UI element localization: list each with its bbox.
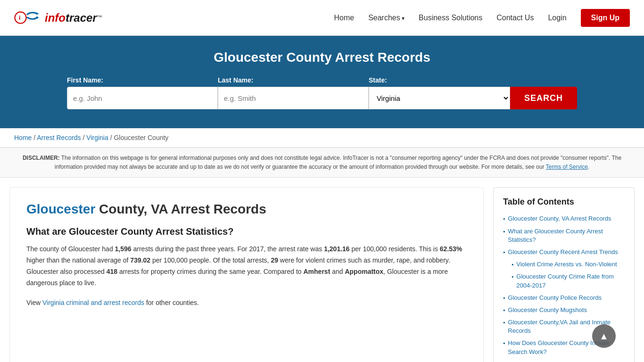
p2-before: View	[26, 299, 42, 306]
hero-banner: Gloucester County Arrest Records First N…	[0, 36, 644, 128]
toc-item-link[interactable]: Violent Crime Arrests vs. Non-Violent	[516, 260, 617, 269]
title-rest: County, VA Arrest Records	[95, 202, 266, 216]
p1-arrests: 1,596	[115, 245, 132, 253]
p1-mid4: per 100,000 people. Of the total arrests…	[150, 256, 271, 264]
content-area: Gloucester County, VA Arrest Records Wha…	[0, 178, 644, 362]
toc-subitem: Gloucester County Crime Rate from 2004-2…	[503, 272, 625, 289]
section1-heading: What are Gloucester County Arrest Statis…	[26, 226, 467, 237]
p1-pct: 62.53%	[440, 245, 462, 253]
disclaimer-bar: DISCLAIMER: The information on this webp…	[0, 148, 644, 178]
terms-of-service-link[interactable]: Terms of Service	[546, 164, 588, 170]
last-name-input[interactable]	[218, 87, 369, 109]
breadcrumb-virginia[interactable]: Virginia	[86, 134, 108, 141]
nav-contact-us[interactable]: Contact Us	[496, 14, 534, 22]
toc-item-link[interactable]: What are Gloucester County Arrest Statis…	[508, 227, 625, 244]
nav-searches[interactable]: Searches	[368, 14, 405, 22]
toc-item: Gloucester County Recent Arrest Trends	[503, 248, 625, 256]
toc-item-link[interactable]: Gloucester County Police Records	[508, 294, 602, 302]
logo-info: info	[45, 11, 66, 24]
search-button[interactable]: SEARCH	[510, 87, 577, 109]
toc-item: What are Gloucester County Arrest Statis…	[503, 227, 625, 244]
p1-rate: 1,201.16	[324, 245, 350, 253]
svg-text:i: i	[19, 14, 21, 21]
toc-item-link[interactable]: Gloucester County Crime Rate from 2004-2…	[516, 272, 625, 289]
p1-before: The county of Gloucester had	[26, 245, 115, 253]
p1-amherst: Amherst	[304, 268, 330, 275]
logo[interactable]: i infotracer™	[14, 5, 102, 31]
toc-title: Table of Contents	[503, 197, 625, 207]
title-highlight: Gloucester	[26, 202, 95, 216]
breadcrumb-arrest-records[interactable]: Arrest Records	[37, 134, 81, 141]
state-select[interactable]: Virginia Alabama Alaska California New Y…	[369, 87, 510, 109]
p1-mid3: higher than the national average of	[26, 256, 130, 264]
state-label: State:	[369, 76, 387, 84]
disclaimer-text: The information on this webpage is for g…	[55, 155, 621, 170]
breadcrumb: Home / Arrest Records / Virginia / Glouc…	[0, 128, 644, 148]
toc-item-link[interactable]: Gloucester County, VA Arrest Records	[508, 214, 611, 223]
toc-item: Gloucester County Mugshots	[503, 306, 625, 314]
toc-item-link[interactable]: Gloucester County Mugshots	[508, 306, 587, 314]
p1-mid6: arrests for property crimes during the s…	[117, 268, 304, 275]
p1-property: 418	[107, 268, 117, 275]
toc-subitem: Violent Crime Arrests vs. Non-Violent	[503, 260, 625, 269]
main-nav: Home Searches Business Solutions Contact…	[334, 9, 630, 27]
first-name-input[interactable]	[67, 87, 218, 109]
p1-mid1: arrests during the past three years. For…	[132, 245, 324, 253]
virginia-records-link[interactable]: Virginia criminal and arrest records	[42, 299, 144, 306]
p1-and: and	[330, 268, 345, 275]
first-name-group: First Name:	[67, 76, 218, 109]
last-name-group: Last Name:	[218, 76, 369, 109]
paragraph1: The county of Gloucester had 1,596 arres…	[26, 244, 467, 288]
search-form: First Name: Last Name: State: Virginia A…	[63, 76, 581, 109]
hero-title: Gloucester County Arrest Records	[14, 50, 630, 65]
site-header: i infotracer™ Home Searches Business Sol…	[0, 0, 644, 36]
disclaimer-period: .	[588, 164, 589, 170]
back-to-top-button[interactable]: ▲	[592, 324, 616, 348]
nav-business-solutions[interactable]: Business Solutions	[419, 14, 482, 22]
toc-item: Gloucester County Police Records	[503, 294, 625, 302]
toc-item-link[interactable]: Gloucester County Recent Arrest Trends	[508, 248, 618, 256]
breadcrumb-gloucester: Gloucester County	[114, 134, 168, 141]
p1-nat: 739.02	[130, 256, 150, 264]
logo-wordmark: infotracer™	[45, 11, 102, 25]
logo-tm: ™	[97, 14, 102, 20]
logo-tracer: tracer	[66, 11, 97, 24]
toc-item: Gloucester County, VA Arrest Records	[503, 214, 625, 223]
main-article: Gloucester County, VA Arrest Records Wha…	[9, 187, 484, 362]
nav-home[interactable]: Home	[334, 14, 354, 22]
signup-button[interactable]: Sign Up	[581, 9, 630, 27]
p1-appomattox: Appomattox	[345, 268, 383, 275]
p1-violent: 29	[271, 256, 278, 264]
last-name-label: Last Name:	[218, 76, 253, 84]
p1-mid2: per 100,000 residents. This is	[350, 245, 440, 253]
breadcrumb-home[interactable]: Home	[14, 134, 32, 141]
nav-login[interactable]: Login	[548, 14, 566, 22]
p2-after: for other counties.	[144, 299, 199, 306]
state-group: State: Virginia Alabama Alaska Californi…	[369, 76, 510, 109]
article-title: Gloucester County, VA Arrest Records	[26, 202, 467, 217]
disclaimer-label: DISCLAIMER:	[23, 155, 60, 161]
paragraph2: View Virginia criminal and arrest record…	[26, 297, 467, 309]
first-name-label: First Name:	[67, 76, 103, 84]
